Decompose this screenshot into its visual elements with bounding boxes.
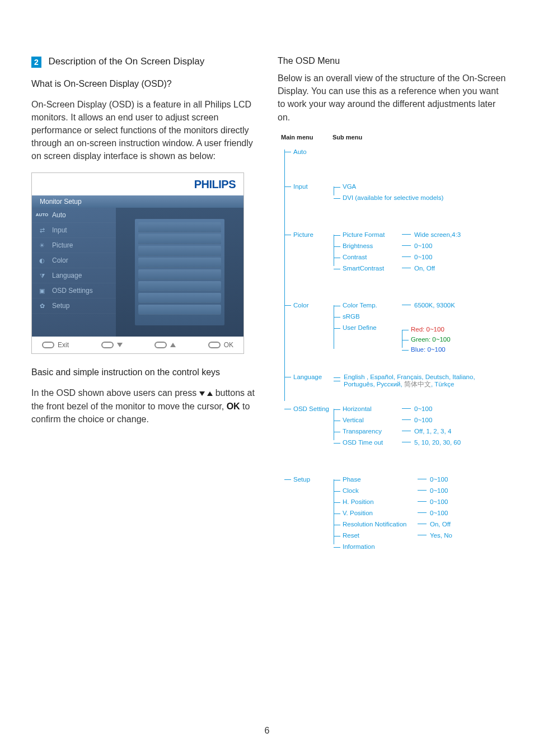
osd-menu-list: AUTO Auto ⇄ Input ☀ Picture ◐ Color — [32, 208, 116, 337]
tree-val-green: Green: 0~100 — [411, 336, 451, 343]
osd-item-input[interactable]: ⇄ Input — [32, 223, 116, 238]
tree-sub: Information — [334, 543, 506, 550]
tree-sub: Vertical — [334, 417, 402, 423]
tree-header: Main menu Sub menu — [278, 134, 506, 141]
osd-tree: Auto Input VGA DVI (available for select… — [278, 146, 506, 552]
tree-sub: H. Position — [334, 498, 418, 505]
osd-footer-down[interactable] — [101, 342, 123, 348]
triangle-up-icon — [207, 391, 213, 396]
page-number: 6 — [0, 726, 534, 736]
tree-val: Yes, No — [430, 532, 452, 539]
paragraph-osd-menu: Below is an overall view of the structur… — [278, 72, 506, 124]
osdsettings-icon: ▣ — [38, 288, 46, 294]
tree-sub: Reset — [334, 532, 418, 539]
heading-what-is-osd: What is On-Screen Display (OSD)? — [31, 79, 261, 89]
philips-logo: PHILIPS — [194, 178, 236, 191]
osd-header: PHILIPS — [32, 173, 243, 195]
tree-main-setup: Setup — [283, 474, 334, 483]
tree-sub: Picture Format — [334, 231, 402, 238]
tree-val-blue: Blue: 0~100 — [411, 346, 446, 353]
tree-sub: Clock — [334, 487, 418, 494]
pill-icon — [42, 342, 54, 348]
section-number: 2 — [31, 57, 41, 68]
tree-lang-line2a: Português, Русский, — [344, 381, 404, 388]
tree-sub: OSD Time out — [334, 439, 402, 446]
pill-icon — [154, 342, 167, 348]
osd-item-label: Color — [52, 256, 68, 264]
tree-node-language: Language English , Español, Français, De… — [283, 371, 506, 389]
tree-sub: Transparency — [334, 428, 402, 435]
heading-basic-instr: Basic and simple instruction on the cont… — [31, 367, 261, 377]
tree-val: 5, 10, 20, 30, 60 — [414, 439, 461, 446]
language-icon: ⧩ — [38, 273, 46, 279]
osd-titlebar: Monitor Setup — [32, 195, 243, 208]
tree-val: 0~100 — [430, 476, 448, 483]
tree-val: 0~100 — [430, 498, 448, 505]
osd-footer-exit[interactable]: Exit — [42, 341, 69, 349]
heading-osd-menu: The OSD Menu — [278, 56, 506, 66]
tree-node-auto: Auto — [283, 146, 506, 155]
pill-icon — [208, 342, 221, 348]
tree-node-color: Color Color Temp.6500K, 9300K sRGB User … — [283, 300, 506, 357]
osd-item-label: Picture — [52, 241, 73, 249]
tree-val: 0~100 — [430, 510, 448, 516]
osd-item-label: Language — [52, 272, 82, 279]
setup-icon: ✿ — [38, 303, 46, 309]
picture-icon: ☀ — [38, 242, 46, 249]
section-title-text: Description of the On Screen Display — [49, 56, 205, 67]
auto-icon: AUTO — [38, 213, 46, 217]
tree-sub: sRGB — [334, 313, 506, 320]
tree-val: 0~100 — [414, 242, 432, 249]
tree-main-auto: Auto — [283, 146, 334, 155]
triangle-down-icon — [117, 343, 123, 347]
osd-item-color[interactable]: ◐ Color — [32, 253, 116, 268]
input-icon: ⇄ — [38, 227, 46, 234]
tree-main-osdsetting: OSD Setting — [283, 403, 334, 412]
osd-item-label: Setup — [52, 302, 69, 310]
tree-node-input: Input VGA DVI (available for selective m… — [283, 181, 506, 203]
tree-sub: Contrast — [334, 254, 402, 260]
tree-val: 0~100 — [414, 417, 432, 423]
osd-footer-ok[interactable]: OK — [208, 341, 233, 349]
tree-lang-line2b: , Türkçe — [431, 381, 455, 388]
main-menu-label: Main menu — [278, 134, 332, 141]
text-fragment: In the OSD shown above users can press — [31, 388, 199, 398]
osd-item-auto[interactable]: AUTO Auto — [32, 208, 116, 223]
tree-sub: Brightness — [334, 242, 402, 249]
paragraph-basic-instr: In the OSD shown above users can press b… — [31, 386, 261, 426]
osd-item-setup[interactable]: ✿ Setup — [32, 298, 116, 314]
osd-footer-exit-label: Exit — [58, 341, 69, 349]
tree-val: 6500K, 9300K — [414, 302, 455, 309]
osd-footer-up[interactable] — [154, 342, 176, 348]
tree-val: On, Off — [430, 521, 451, 528]
osd-screenshot: PHILIPS Monitor Setup AUTO Auto ⇄ Input … — [31, 172, 244, 354]
tree-val: On, Off — [414, 265, 435, 272]
tree-sub: V. Position — [334, 510, 418, 516]
tree-sub: SmartContrast — [334, 265, 402, 272]
tree-val: 0~100 — [414, 254, 432, 260]
tree-node-osdsetting: OSD Setting Horizontal0~100 Vertical0~10… — [283, 403, 506, 448]
tree-val-red: Red: 0~100 — [411, 326, 444, 333]
osd-item-language[interactable]: ⧩ Language — [32, 268, 116, 283]
paragraph-osd-desc: On-Screen Display (OSD) is a feature in … — [31, 98, 261, 163]
tree-main-language: Language — [283, 371, 334, 380]
tree-sub: DVI (available for selective models) — [334, 194, 506, 201]
section-title: 2 Description of the On Screen Display — [31, 56, 261, 68]
tree-sub: User Define — [334, 324, 402, 331]
osd-preview-pane — [116, 208, 243, 337]
osd-footer: Exit OK — [32, 337, 243, 353]
osd-footer-ok-label: OK — [224, 341, 233, 349]
tree-sub: Resolution Notification — [334, 521, 418, 528]
pill-icon — [101, 342, 114, 348]
tree-main-color: Color — [283, 300, 334, 309]
tree-node-setup: Setup Phase0~100 Clock0~100 H. Position0… — [283, 474, 506, 552]
triangle-down-icon — [199, 391, 205, 396]
osd-item-osdsettings[interactable]: ▣ OSD Settings — [32, 283, 116, 298]
tree-lang-cn: 简体中文 — [404, 381, 431, 388]
tree-sub: Color Temp. — [334, 302, 402, 309]
osd-item-picture[interactable]: ☀ Picture — [32, 238, 116, 253]
tree-lang-line1: English , Español, Français, Deutsch, It… — [344, 374, 506, 380]
osd-item-label: OSD Settings — [52, 287, 93, 295]
tree-val: 0~100 — [430, 487, 448, 494]
tree-val: 0~100 — [414, 405, 432, 412]
